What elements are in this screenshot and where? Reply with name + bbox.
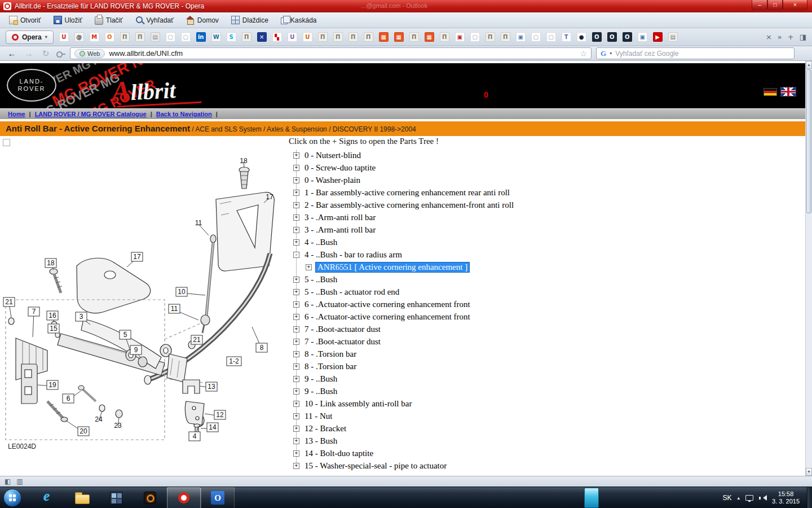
expand-icon[interactable]: + [293,190,299,196]
tree-item-label[interactable]: 0 - Screw-duo taptite [303,163,377,173]
tree-item-label[interactable]: 6 - .Actuator-active cornering enhanceme… [303,312,472,322]
nav-link-catalogue[interactable]: LAND ROVER / MG ROVER Catalogue [35,111,147,117]
cascade-windows-button[interactable]: Kaskáda [275,14,323,27]
bookmark-favicon[interactable]: Π [318,32,328,42]
expand-icon[interactable]: + [293,339,299,345]
bookmark-favicon[interactable]: in [196,32,206,42]
tile-windows-button[interactable]: Dlaždice [226,14,274,27]
bookmark-favicon[interactable]: Π [135,32,145,42]
panels-toggle-button[interactable]: ◨ [800,33,806,41]
tree-item-label[interactable]: 8 - .Torsion bar [303,349,358,359]
back-button[interactable]: ← [6,49,18,58]
tree-item-label[interactable]: 3 - .Arm-anti roll bar [303,213,377,222]
nav-link-home[interactable]: Home [8,111,25,117]
bookmark-favicon[interactable]: Π [120,32,130,42]
tree-item-label[interactable]: 6 - .Actuator-active cornering enhanceme… [303,300,472,309]
expand-icon[interactable]: + [293,376,299,382]
scroll-up-button[interactable]: ▲ [806,61,812,69]
tree-item-label[interactable]: 1 - Bar assembly-active cornering enhanc… [303,188,511,198]
expand-icon[interactable]: + [293,239,299,246]
tree-item-label[interactable]: 8 - .Torsion bar [303,362,358,371]
german-flag-icon[interactable] [764,88,777,96]
bookmark-favicon[interactable]: ▣ [455,32,465,42]
expand-icon[interactable]: + [293,450,299,457]
tree-item-label[interactable]: 13 - Bush [303,436,339,446]
bookmark-favicon[interactable]: W [211,32,221,42]
bookmark-favicon[interactable]: Π [440,32,449,42]
bookmark-favicon[interactable]: ▤ [151,32,160,42]
tree-item-label[interactable]: 5 - ..Bush [303,275,339,284]
expand-icon[interactable]: + [293,177,299,183]
images-toggle-icon[interactable]: ▥ [16,478,23,485]
bookmark-favicon[interactable]: ▣ [516,32,526,42]
bookmark-favicon[interactable]: Π [486,32,495,42]
tree-item-label[interactable]: 7 - .Boot-actuator dust [303,337,382,347]
show-desktop-button[interactable] [807,487,812,508]
bookmark-favicon[interactable]: × [257,32,267,42]
taskbar-app-button[interactable] [99,487,133,508]
bookmark-favicon[interactable]: U [59,32,69,42]
bookmark-favicon[interactable]: ▦ [425,32,434,42]
expand-icon[interactable]: + [293,165,299,171]
bookmark-favicon[interactable]: ▢ [531,32,541,42]
tree-item-label[interactable]: 12 - Bracket [303,424,348,433]
open-button[interactable]: Otvoriť [3,14,47,27]
expand-icon[interactable]: + [293,326,299,332]
site-badge[interactable]: Web [74,49,105,58]
bookmark-favicon[interactable]: ▢ [181,32,191,42]
bookmark-favicon[interactable]: ▢ [546,32,556,42]
expand-icon[interactable]: + [293,463,299,469]
find-button[interactable]: Vyhľadať [130,14,179,27]
network-icon[interactable] [745,495,753,501]
taskbar-window-button[interactable] [584,488,599,508]
tree-item-label[interactable]: 14 - Bolt-duo taptite [303,449,375,458]
expand-icon[interactable]: + [293,314,299,320]
nav-link-back-to-navigation[interactable]: Back to Navigation [156,111,212,117]
taskbar-clock[interactable]: 15:58 3. 3. 2015 [772,491,800,505]
bookmark-favicon[interactable]: ▦ [394,32,404,42]
bookmark-favicon[interactable]: ▣ [638,32,647,42]
reload-button[interactable]: ↻ [39,49,52,59]
expand-icon[interactable]: + [293,401,299,407]
tree-item-label[interactable]: 4 - ..Bush [303,238,339,247]
search-engine-dropdown-icon[interactable]: ▾ [610,51,612,56]
bookmark-favicon[interactable]: ▚ [272,32,282,42]
tree-item-label[interactable]: 7 - .Boot-actuator dust [303,325,382,334]
bookmark-favicon[interactable]: Π [333,32,343,42]
bookmark-favicon[interactable]: Π [364,32,373,42]
bookmark-favicon[interactable]: Π [348,32,358,42]
bookmark-favicon[interactable]: ▶ [653,32,663,42]
bookmark-favicon[interactable]: O [592,32,602,42]
expand-icon[interactable]: + [293,364,299,370]
panel-toggle-icon[interactable]: ◧ [5,478,11,485]
print-button[interactable]: Tlačiť [89,13,129,27]
tree-item-label[interactable]: 15 - Washer-special-seal - pipe to actua… [303,461,448,471]
bookmark-favicon[interactable]: ● [577,32,586,42]
tree-item-label[interactable]: 4 - ..Bush - bar to radius arm [303,250,404,260]
uk-flag-icon[interactable] [780,87,796,97]
search-field[interactable]: G ▾ Vyhľadať cez Google [596,47,795,59]
expand-icon[interactable]: + [306,264,312,270]
bookmark-favicon[interactable]: O [105,32,114,42]
tree-item-label[interactable]: ANR6551 [ Active cornering enhancement ] [315,262,470,273]
expand-icon[interactable]: + [293,202,299,208]
bookmark-favicon[interactable]: S [227,32,236,42]
tree-item-label[interactable]: 11 - Nut [303,411,334,421]
tree-item-label[interactable]: 9 - ..Bush [303,387,339,396]
tree-item-label[interactable]: 10 - Link assembly anti-roll bar [303,399,413,409]
tree-item-label[interactable]: 2 - Bar assembly-active cornering enhanc… [303,200,515,210]
expand-icon[interactable]: + [293,438,299,444]
expand-icon[interactable]: + [293,277,299,283]
bookmark-favicon[interactable]: @ [74,32,84,42]
home-button[interactable]: Domov [180,14,224,27]
taskbar-outlook-button[interactable] [201,487,235,508]
minimize-button[interactable]: – [752,0,767,10]
bookmark-favicon[interactable]: T [562,32,571,42]
scrollbar-thumb[interactable] [806,69,811,213]
speaker-icon[interactable] [759,494,766,502]
maximize-button[interactable]: □ [767,0,783,10]
bookmark-favicon[interactable]: Π [501,32,510,42]
bookmark-favicon[interactable]: U [288,32,297,42]
bookmark-favicon[interactable]: U [303,32,312,42]
tree-item-label[interactable]: 9 - ..Bush [303,374,339,384]
